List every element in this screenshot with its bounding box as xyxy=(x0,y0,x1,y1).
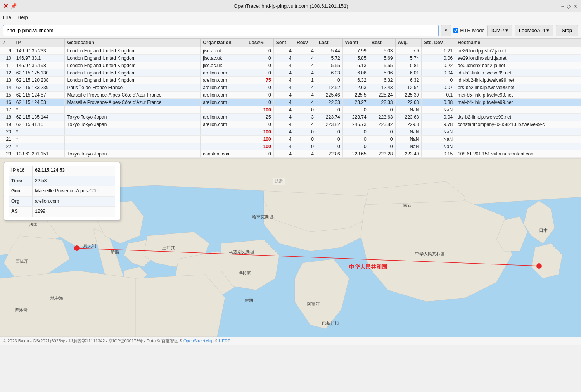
tooltip-as-label: AS xyxy=(9,207,33,217)
table-cell: 0.1 xyxy=(422,92,455,99)
table-row[interactable]: 11146.97.35.198London England United Kin… xyxy=(0,62,581,69)
col-sent: Sent xyxy=(273,39,294,47)
table-cell: 5.03 xyxy=(369,47,395,55)
table-row[interactable]: 1862.115.135.144Tokyo Tokyo Japanarelion… xyxy=(0,114,581,121)
table-cell: 223.82 xyxy=(316,121,342,128)
tokyo-dot xyxy=(536,263,542,269)
table-row[interactable]: 21*10040000NaNNaN xyxy=(0,136,581,143)
map-area[interactable]: IP #16 62.115.124.53 Time 22.53 Geo Mars… xyxy=(0,158,581,337)
menu-bar: File Help xyxy=(0,12,581,22)
table-row[interactable]: 1462.115.133.239Paris Île-de-France Fran… xyxy=(0,84,581,92)
table-cell xyxy=(201,143,246,150)
table-cell: 4 xyxy=(273,143,294,150)
mtr-mode-checkbox[interactable] xyxy=(453,28,458,33)
table-cell: 223.74 xyxy=(316,114,342,121)
table-cell: arelion.com xyxy=(201,69,246,77)
tooltip-ip-value: 62.115.124.53 xyxy=(33,166,115,176)
table-cell: ae29.londhx-sbr1.ja.net xyxy=(455,55,581,62)
table-cell: 5.96 xyxy=(369,69,395,77)
table-cell: 0 xyxy=(369,106,395,114)
col-ip: IP xyxy=(14,39,65,47)
marseille-dot xyxy=(74,245,80,251)
url-dropdown-button[interactable]: ▾ xyxy=(441,25,451,36)
trace-rows: 9146.97.35.233London England United King… xyxy=(0,47,581,158)
table-row[interactable]: 17*10040000NaNNaN xyxy=(0,106,581,114)
table-cell: 0 xyxy=(246,69,274,77)
france-label: 法国 xyxy=(29,222,38,227)
table-cell: Paris Île-de-France France xyxy=(65,84,201,92)
table-cell: 0 xyxy=(369,128,395,136)
table-cell: 0.04 xyxy=(422,114,455,121)
table-cell: 4 xyxy=(273,55,294,62)
table-cell: 225.5 xyxy=(342,92,369,99)
table-cell: 225.46 xyxy=(316,92,342,99)
turkey-label: 土耳其 xyxy=(162,245,175,250)
table-row[interactable]: 20*10040000NaNNaN xyxy=(0,128,581,136)
table-cell: Tokyo Tokyo Japan xyxy=(65,121,201,128)
minimize-button[interactable]: ╌ xyxy=(561,3,564,9)
table-cell: 4 xyxy=(273,121,294,128)
file-menu[interactable]: File xyxy=(3,14,11,20)
table-cell: NaN xyxy=(422,143,455,150)
stop-button[interactable]: Stop xyxy=(556,25,578,36)
table-row[interactable]: 1362.115.120.238London England United Ki… xyxy=(0,77,581,84)
tooltip-geo-value: Marseille Provence-Alpes-Côte xyxy=(33,186,115,197)
url-input[interactable] xyxy=(3,25,439,36)
table-row[interactable]: 10146.97.33.1London England United Kingd… xyxy=(0,55,581,62)
table-cell: jisc.ac.uk xyxy=(201,55,246,62)
table-header-row: # IP Geolocation Organization Loss% Sent… xyxy=(0,39,581,47)
col-worst: Worst xyxy=(342,39,369,47)
table-cell: 223.68 xyxy=(395,114,422,121)
toolbar: ▾ MTR Mode ICMP ▾ LeoMoeAPI ▾ Stop xyxy=(0,22,581,39)
col-last: Last xyxy=(316,39,342,47)
table-cell: London England United Kingdom xyxy=(65,55,201,62)
maximize-button[interactable]: ◇ xyxy=(567,3,571,9)
table-cell: 246.73 xyxy=(342,121,369,128)
table-cell: * xyxy=(14,136,65,143)
table-cell: * xyxy=(14,106,65,114)
table-cell: 6.01 xyxy=(395,69,422,77)
table-cell: 6.32 xyxy=(369,77,395,84)
table-cell: 3 xyxy=(294,114,316,121)
table-cell: 4 xyxy=(273,128,294,136)
icmp-dropdown-button[interactable]: ICMP ▾ xyxy=(487,25,512,36)
table-row[interactable]: 9146.97.35.233London England United King… xyxy=(0,47,581,55)
tooltip-org-label: Org xyxy=(9,196,33,207)
table-row[interactable]: 1262.115.175.130London England United Ki… xyxy=(0,69,581,77)
table-cell: 0.38 xyxy=(422,99,455,106)
table-cell: 5.44 xyxy=(316,47,342,55)
table-cell: 4 xyxy=(294,121,316,128)
tooltip-time-label: Time xyxy=(9,176,33,186)
table-row[interactable]: 1562.115.124.57Marseille Provence-Alpes-… xyxy=(0,92,581,99)
table-row[interactable]: 23108.61.201.151Tokyo Tokyo Japanconstan… xyxy=(0,150,581,158)
col-num: # xyxy=(0,39,14,47)
mtr-mode-label[interactable]: MTR Mode xyxy=(453,28,485,33)
table-cell: 0.15 xyxy=(422,150,455,158)
api-dropdown-button[interactable]: LeoMoeAPI ▾ xyxy=(515,25,554,36)
table-cell: mei-b5-link.ip.twelve99.net xyxy=(455,92,581,99)
spain-label: 西班牙 xyxy=(16,259,28,264)
window-title: OpenTrace: hnd-jp-ping.vultr.com (108.61… xyxy=(21,3,561,9)
table-row[interactable]: 1662.115.124.53Marseille Provence-Alpes-… xyxy=(0,99,581,106)
table-cell: 223.28 xyxy=(369,150,395,158)
table-cell: 11 xyxy=(0,62,14,69)
table-row[interactable]: 22*10040000NaNNaN xyxy=(0,143,581,150)
table-cell: 0 xyxy=(316,128,342,136)
table-cell: 0 xyxy=(422,77,455,84)
table-cell: 75 xyxy=(246,77,274,84)
table-cell xyxy=(455,106,581,114)
table-cell: 0 xyxy=(342,136,369,143)
openstreetmap-link[interactable]: OpenStreetMap xyxy=(183,338,214,343)
close-button[interactable]: ✕ xyxy=(573,3,578,9)
table-cell: 5.55 xyxy=(316,62,342,69)
table-cell: 4 xyxy=(273,77,294,84)
table-cell: 0 xyxy=(316,143,342,150)
help-menu[interactable]: Help xyxy=(17,14,28,20)
table-cell xyxy=(201,128,246,136)
table-cell: 4 xyxy=(273,99,294,106)
table-cell: 6.32 xyxy=(395,77,422,84)
table-cell: arelion.com xyxy=(201,121,246,128)
table-row[interactable]: 1962.115.41.151Tokyo Tokyo Japanarelion.… xyxy=(0,121,581,128)
here-link[interactable]: HERE xyxy=(219,338,231,343)
table-cell: 12.52 xyxy=(316,84,342,92)
